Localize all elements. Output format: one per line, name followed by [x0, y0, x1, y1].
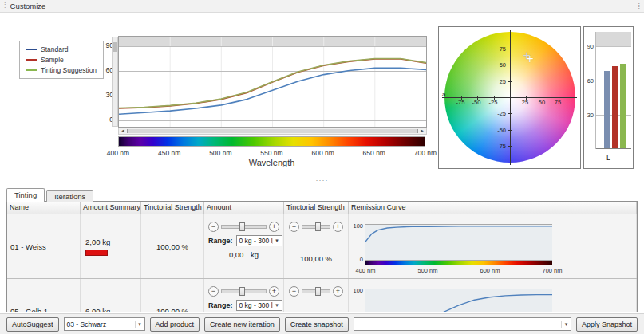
l-axis-label: L [584, 154, 633, 162]
legend-item-sample: Sample [26, 56, 97, 64]
slider-thumb[interactable] [315, 287, 321, 296]
decrement-button[interactable]: − [289, 286, 299, 297]
legend-item-tinting-suggestion: Tinting Suggestion [26, 66, 97, 74]
axis-tick [508, 130, 512, 131]
remission-curve [365, 225, 552, 260]
table-row[interactable]: 05 - Gelb 1 6,00 kg 100,00 % − + Range: … [7, 279, 637, 312]
axis-tick-label: -25 [484, 99, 503, 106]
gridline [596, 46, 631, 47]
empty-cell [563, 214, 637, 278]
axis-tick [508, 113, 512, 114]
range-combobox[interactable]: 0 kg - 300 l ▾ [236, 300, 282, 311]
amount-summary-value: 6,00 kg [85, 307, 110, 313]
table-header: Name Amount Summary Tinctorial Strength … [7, 202, 637, 214]
wavelength-gradient-strip [118, 136, 425, 147]
scroll-left-icon[interactable]: ◄ [119, 128, 127, 134]
snapshot-combobox[interactable]: ▾ [354, 317, 571, 331]
tab-tinting[interactable]: Tinting [6, 188, 45, 202]
create-new-iteration-button[interactable]: Create new iteration [204, 317, 280, 332]
wavelength-axis: 400 nm 500 nm 600 nm 700 nm [350, 267, 563, 274]
range-combobox[interactable]: 0 kg - 300 l ▾ [236, 235, 282, 246]
sample-color-marker-icon: + [524, 53, 535, 65]
axis-tick-label: 450 nm [153, 149, 185, 157]
increment-button[interactable]: + [269, 222, 279, 232]
strength-summary-value: 100,00 % [156, 242, 188, 251]
axis-tick [508, 65, 512, 65]
column-header-tinctorial-strength-summary[interactable]: Tinctorial Strength Su... [141, 202, 204, 214]
chevron-down-icon: ▾ [272, 238, 282, 244]
axis-tick [559, 96, 559, 100]
column-header-amount-summary[interactable]: Amount Summary [81, 202, 141, 214]
axis-tick-label: 60 [96, 66, 113, 74]
column-header-name[interactable]: Name [7, 202, 81, 214]
strength-value: 100,00 % [289, 254, 343, 263]
amount-slider[interactable] [221, 225, 267, 229]
column-header-tinctorial-strength[interactable]: Tinctorial Strength [284, 202, 349, 214]
splitter-handle[interactable]: ···· [0, 176, 644, 184]
strength-stepper: − + [289, 285, 343, 297]
axis-tick-label: 500 nm [204, 149, 236, 157]
tab-iterations[interactable]: Iterations [46, 190, 93, 202]
remission-curve-cell: 100 0 400 nm 500 nm 600 nm 700 nm [349, 279, 563, 312]
strength-summary-cell: 100,00 % [141, 214, 204, 278]
tinctorial-strength-cell: − + 100,00 % [284, 214, 349, 278]
tinctorial-strength-cell: − + 100,00 % [284, 279, 349, 312]
axis-tick-label: 500 nm [412, 267, 444, 274]
axis-tick-label: 600 nm [474, 267, 506, 274]
remission-mini-plot [365, 289, 552, 312]
decrement-button[interactable]: − [208, 222, 219, 232]
product-combobox[interactable]: 03 - Schwarz ▾ [64, 317, 145, 331]
axis-tick-label: 650 nm [358, 149, 390, 157]
name-cell: 05 - Gelb 1 [7, 279, 81, 312]
scroll-right-icon[interactable]: ► [418, 128, 426, 134]
chevron-down-icon: ▾ [135, 321, 144, 328]
slider-thumb[interactable] [239, 287, 245, 296]
overflow-icon[interactable]: ⁞ [638, 2, 640, 10]
increment-button[interactable]: + [269, 286, 279, 297]
axis-tick-label: 75 [488, 45, 506, 53]
increment-button[interactable]: + [333, 222, 343, 232]
axis-tick-label: 600 nm [307, 149, 339, 157]
strength-slider[interactable] [302, 225, 330, 229]
grip-handle-icon[interactable]: ⁞ [4, 2, 6, 10]
horizontal-scrollbar-thumb[interactable] [127, 129, 418, 133]
amount-stepper: − + [208, 285, 279, 297]
axis-tick-label: -25 [488, 110, 506, 117]
color-wheel-panel: 75 50 25 -25 -50 -75 -75 -50 -25 25 50 7… [438, 26, 581, 169]
lightness-bars [604, 64, 626, 148]
decrement-button[interactable]: − [289, 222, 299, 232]
spectral-curves [119, 37, 426, 127]
vertical-scrollbar-thumb[interactable] [113, 42, 117, 52]
spectral-chart-plot[interactable] [118, 36, 427, 128]
name-cell: 01 - Weiss [7, 214, 81, 278]
lightness-bar-plot [595, 32, 631, 149]
strength-slider[interactable] [302, 289, 330, 293]
l-bar [620, 64, 626, 148]
slider-thumb[interactable] [239, 222, 245, 231]
column-header-amount[interactable]: Amount [204, 202, 284, 214]
apply-snapshot-button[interactable]: Apply Snapshot [576, 317, 638, 332]
amount-slider[interactable] [221, 289, 267, 293]
axis-tick-label: 0 [96, 116, 113, 124]
range-row: Range: 0 kg - 300 l ▾ [208, 300, 279, 311]
legend-label: Standard [41, 45, 69, 53]
vertical-zoom-scrollbar[interactable] [112, 37, 118, 127]
slider-thumb[interactable] [315, 222, 321, 231]
amount-summary-cell: 6,00 kg [81, 279, 141, 312]
range-value: 0 kg - 300 l [237, 237, 272, 245]
axis-tick [526, 96, 527, 100]
b-axis-line [510, 30, 511, 165]
axis-tick-label: 50 [488, 61, 506, 69]
table-row[interactable]: 01 - Weiss 2,00 kg 100,00 % − + Range: 0… [7, 214, 637, 279]
column-header-remission-curve[interactable]: Remission Curve [349, 202, 563, 214]
range-label: Range: [208, 237, 233, 245]
axis-tick-label: 400 nm [350, 267, 381, 274]
horizontal-scrollbar[interactable]: ◄ ► [118, 128, 427, 135]
decrement-button[interactable]: − [208, 286, 219, 297]
add-product-button[interactable]: Add product [150, 317, 200, 332]
axis-tick [508, 49, 512, 49]
increment-button[interactable]: + [333, 286, 343, 297]
range-value: 0 kg - 300 l [237, 301, 272, 309]
autosuggest-button[interactable]: AutoSuggest [6, 317, 59, 332]
create-snapshot-button[interactable]: Create snapshot [285, 317, 349, 332]
